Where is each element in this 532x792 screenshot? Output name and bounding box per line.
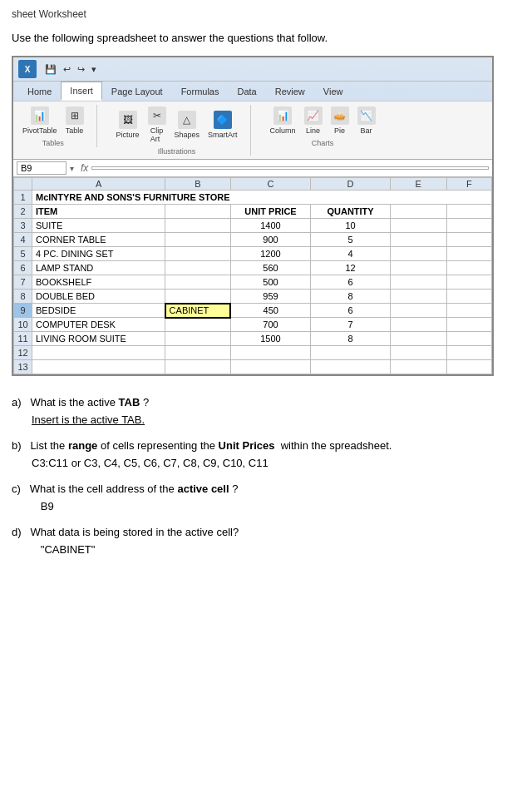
tab-insert[interactable]: Insert (61, 82, 102, 101)
cell-e4[interactable] (390, 233, 446, 247)
tab-formulas[interactable]: Formulas (172, 82, 229, 101)
cell-f13[interactable] (446, 360, 491, 374)
cell-a10[interactable]: COMPUTER DESK (32, 318, 165, 332)
cell-c13[interactable] (230, 360, 311, 374)
cell-a5[interactable]: 4 PC. DINING SET (32, 247, 165, 261)
cell-a9[interactable]: BEDSIDE (32, 304, 165, 318)
cell-e8[interactable] (390, 290, 446, 304)
table-row: 2 ITEM UNIT PRICE QUANTITY (14, 205, 492, 219)
pie-chart-btn[interactable]: 🥧 Pie (328, 105, 352, 136)
cell-b10[interactable] (165, 318, 230, 332)
cell-c7[interactable]: 500 (230, 275, 311, 290)
picture-btn[interactable]: 🖼 Picture (114, 109, 142, 141)
cell-a6[interactable]: LAMP STAND (32, 261, 165, 275)
cell-b13[interactable] (165, 360, 230, 374)
cell-d12[interactable] (311, 346, 390, 360)
cell-f9[interactable] (446, 304, 491, 318)
cell-b12[interactable] (165, 346, 230, 360)
clip-art-btn[interactable]: ✂ ClipArt (145, 105, 169, 145)
corner-header (14, 178, 32, 191)
cell-d8[interactable]: 8 (311, 290, 390, 304)
cell-c2[interactable]: UNIT PRICE (230, 205, 311, 219)
cell-c5[interactable]: 1200 (230, 247, 311, 261)
cell-d7[interactable]: 6 (311, 275, 390, 290)
cell-a12[interactable] (32, 346, 165, 360)
cell-b6[interactable] (165, 261, 230, 275)
cell-b11[interactable] (165, 332, 230, 346)
tab-data[interactable]: Data (228, 82, 265, 101)
cell-e13[interactable] (390, 360, 446, 374)
cell-b2[interactable] (165, 205, 230, 219)
cell-c3[interactable]: 1400 (230, 219, 311, 233)
cell-b5[interactable] (165, 247, 230, 261)
cell-d13[interactable] (311, 360, 390, 374)
cell-a3[interactable]: SUITE (32, 219, 165, 233)
cell-b8[interactable] (165, 290, 230, 304)
cell-a8[interactable]: DOUBLE BED (32, 290, 165, 304)
cell-e12[interactable] (390, 346, 446, 360)
table-btn[interactable]: ⊞ Table (63, 105, 86, 136)
cell-c8[interactable]: 959 (230, 290, 311, 304)
cell-c9[interactable]: 450 (230, 304, 311, 318)
cell-a11[interactable]: LIVING ROOM SUITE (32, 332, 165, 346)
cell-f6[interactable] (446, 261, 491, 275)
cell-e3[interactable] (390, 219, 446, 233)
cell-f7[interactable] (446, 275, 491, 290)
cell-d2[interactable]: QUANTITY (311, 205, 390, 219)
cell-c4[interactable]: 900 (230, 233, 311, 247)
bar-chart-label: Bar (361, 126, 372, 135)
column-chart-btn[interactable]: 📊 Column (268, 105, 298, 136)
cell-a2[interactable]: ITEM (32, 205, 165, 219)
tab-view[interactable]: View (314, 82, 352, 101)
cell-c10[interactable]: 700 (230, 318, 311, 332)
cell-b3[interactable] (165, 219, 230, 233)
cell-a4[interactable]: CORNER TABLE (32, 233, 165, 247)
cell-f3[interactable] (446, 219, 491, 233)
cell-e6[interactable] (390, 261, 446, 275)
cell-e11[interactable] (390, 332, 446, 346)
cell-b4[interactable] (165, 233, 230, 247)
redo-quick-btn[interactable]: ↪ (76, 63, 86, 76)
cell-f11[interactable] (446, 332, 491, 346)
cell-d10[interactable]: 7 (311, 318, 390, 332)
cell-f8[interactable] (446, 290, 491, 304)
cell-f10[interactable] (446, 318, 491, 332)
cell-e7[interactable] (390, 275, 446, 290)
bar-chart-btn[interactable]: 📉 Bar (355, 105, 378, 136)
cell-b9-active[interactable]: CABINET (165, 304, 230, 318)
name-box[interactable] (17, 161, 66, 175)
cell-a1[interactable]: McINTYRE AND SONS'S FURNITURE STORE (32, 191, 492, 205)
tab-home[interactable]: Home (18, 82, 61, 101)
undo-quick-btn[interactable]: ↩ (62, 63, 72, 76)
cell-f5[interactable] (446, 247, 491, 261)
cell-c12[interactable] (230, 346, 311, 360)
save-quick-btn[interactable]: 💾 (43, 63, 58, 76)
cell-b7[interactable] (165, 275, 230, 290)
smartart-btn[interactable]: 🔷 SmartArt (205, 109, 240, 141)
pivot-table-btn[interactable]: 📊 PivotTable (20, 105, 60, 136)
cell-d4[interactable]: 5 (311, 233, 390, 247)
customize-quick-btn[interactable]: ▾ (90, 63, 98, 76)
cell-c6[interactable]: 560 (230, 261, 311, 275)
shapes-btn[interactable]: △ Shapes (172, 109, 203, 141)
cell-d9[interactable]: 6 (311, 304, 390, 318)
cell-a13[interactable] (32, 360, 165, 374)
cell-e9[interactable] (390, 304, 446, 318)
tab-page-layout[interactable]: Page Layout (102, 82, 172, 101)
cell-d5[interactable]: 4 (311, 247, 390, 261)
line-chart-btn[interactable]: 📈 Line (302, 105, 325, 136)
cell-e2[interactable] (390, 205, 446, 219)
cell-d6[interactable]: 12 (311, 261, 390, 275)
cell-e5[interactable] (390, 247, 446, 261)
cell-e10[interactable] (390, 318, 446, 332)
tab-review[interactable]: Review (266, 82, 314, 101)
cell-f12[interactable] (446, 346, 491, 360)
cell-a7[interactable]: BOOKSHELF (32, 275, 165, 290)
cell-f2[interactable] (446, 205, 491, 219)
cell-d3[interactable]: 10 (311, 219, 390, 233)
formula-input[interactable] (91, 166, 489, 170)
name-box-dropdown[interactable]: ▾ (70, 164, 74, 173)
cell-f4[interactable] (446, 233, 491, 247)
cell-d11[interactable]: 8 (311, 332, 390, 346)
cell-c11[interactable]: 1500 (230, 332, 311, 346)
